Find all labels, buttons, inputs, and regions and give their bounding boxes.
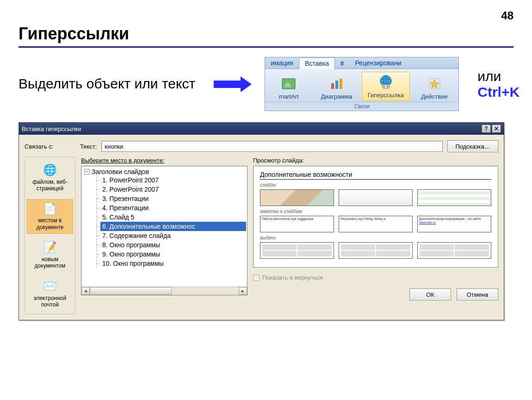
sidebar-item-label: электронной почтой bbox=[34, 295, 66, 308]
sidebar-item-label: местом в документе bbox=[37, 217, 64, 230]
tree-item[interactable]: 4. Презентации bbox=[100, 203, 246, 212]
smartart-icon bbox=[268, 75, 309, 93]
ribbon-button-action[interactable]: Действие bbox=[411, 74, 458, 102]
sidebar-item-email[interactable]: ✉️ электронной почтой bbox=[27, 276, 73, 312]
sidebar-item-label: новым документом bbox=[35, 256, 66, 269]
preview-note-card: Рассказать про Репку, бабку и bbox=[339, 216, 413, 232]
sidebar-item-label: файлом, веб-страницей bbox=[32, 179, 68, 192]
preview-handout-thumb bbox=[339, 242, 413, 259]
tree-collapse-icon[interactable]: − bbox=[84, 169, 90, 175]
preview-section-slides: слайды bbox=[260, 182, 491, 188]
ribbon-tab-review[interactable]: Рецензировани bbox=[349, 57, 407, 69]
choose-place-label: Выберите место в документе: bbox=[81, 157, 247, 164]
tree-item[interactable]: 3. Презентации bbox=[100, 194, 246, 203]
ok-button[interactable]: ОК bbox=[409, 288, 451, 300]
link-to-label: Связать с: bbox=[25, 143, 75, 150]
preview-handout-thumb bbox=[260, 242, 334, 259]
scroll-thumb[interactable] bbox=[90, 287, 172, 295]
ribbon-button-label: Гиперссылка bbox=[365, 92, 407, 99]
arrow-icon bbox=[214, 77, 255, 91]
ribbon-button-label: Действие bbox=[414, 93, 455, 100]
tree-root-label: Заголовки слайдов bbox=[92, 168, 149, 175]
tree-item[interactable]: 7. Содержание слайда bbox=[100, 231, 246, 240]
preview-thumb bbox=[339, 189, 413, 206]
preview-label: Просмотр слайда: bbox=[253, 157, 498, 164]
page-title: Гиперссылки bbox=[19, 24, 513, 48]
preview-slide-title: Дополнительные возможности bbox=[260, 171, 491, 180]
preview-handout-thumb bbox=[417, 242, 491, 259]
page-number: 48 bbox=[19, 9, 513, 22]
tree-item[interactable]: 8. Окно программы bbox=[100, 240, 246, 250]
svg-point-9 bbox=[383, 86, 385, 88]
ribbon-group-label: Связи bbox=[265, 102, 458, 111]
svg-rect-3 bbox=[335, 81, 338, 89]
ribbon-button-label: martArt bbox=[268, 93, 309, 100]
place-in-doc-icon: 📄 bbox=[28, 202, 72, 216]
preview-note-card: Работа выполнена при поддержке bbox=[260, 216, 334, 232]
help-button[interactable]: ? bbox=[482, 125, 491, 133]
hint-button[interactable]: Подсказка… bbox=[447, 140, 498, 152]
document-places-tree[interactable]: − Заголовки слайдов 1. PowerPoint 20072.… bbox=[81, 166, 247, 295]
email-icon: ✉️ bbox=[28, 280, 72, 293]
scroll-left-icon[interactable]: ◄ bbox=[81, 287, 90, 295]
scroll-right-icon[interactable]: ► bbox=[239, 287, 247, 295]
ribbon-button-label: Диаграмма bbox=[315, 93, 357, 100]
preview-section-handouts: выдачи bbox=[260, 235, 491, 240]
ribbon-fragment: имация Вставка в Рецензировани martArt Д… bbox=[265, 57, 459, 111]
preview-section-notes: заметки к слайдам bbox=[260, 209, 491, 214]
intro-text: Выделить объект или текст bbox=[19, 75, 195, 94]
ribbon-tab-insert[interactable]: Вставка bbox=[299, 57, 335, 69]
svg-rect-4 bbox=[340, 79, 342, 89]
tree-item[interactable]: 1. PowerPoint 2007 bbox=[100, 175, 246, 185]
svg-rect-2 bbox=[331, 83, 334, 89]
text-label: Текст: bbox=[80, 143, 97, 150]
tree-item[interactable]: 10. Окно программы bbox=[100, 259, 246, 268]
preview-note-card: Дополнительная информация – на сайтеwww.… bbox=[417, 216, 491, 232]
ribbon-button-smartart[interactable]: martArt bbox=[265, 74, 313, 102]
horizontal-scrollbar[interactable]: ◄ ► bbox=[81, 287, 247, 295]
ribbon-button-chart[interactable]: Диаграмма bbox=[313, 74, 360, 102]
chart-icon bbox=[315, 75, 357, 93]
slide-preview: Дополнительные возможности слайды заметк… bbox=[253, 166, 498, 268]
svg-point-10 bbox=[387, 86, 389, 88]
globe-link-icon bbox=[365, 73, 407, 92]
preview-thumb bbox=[260, 189, 334, 206]
new-doc-icon: 📝 bbox=[28, 241, 72, 254]
sidebar-item-file-webpage[interactable]: 🌐 файлом, веб-страницей bbox=[27, 160, 73, 195]
link-to-sidebar: 🌐 файлом, веб-страницей 📄 местом в докум… bbox=[25, 157, 75, 314]
preview-thumb bbox=[417, 189, 491, 206]
tree-item[interactable]: 5. Слайд 5 bbox=[100, 212, 246, 222]
text-to-display-input[interactable] bbox=[101, 141, 443, 152]
tree-item[interactable]: 2. PowerPoint 2007 bbox=[100, 185, 246, 194]
insert-hyperlink-dialog: Вставка гиперссылки ? ✕ Связать с: Текст… bbox=[19, 122, 504, 320]
tree-item[interactable]: 9. Окно программы bbox=[100, 250, 246, 259]
action-icon bbox=[414, 75, 455, 93]
ribbon-button-hyperlink[interactable]: Гиперссылка bbox=[362, 72, 410, 101]
shortcut-text: или Ctrl+K bbox=[477, 69, 520, 100]
show-and-return-label: Показать и вернуться bbox=[262, 274, 323, 281]
shortcut-prefix: или bbox=[477, 69, 501, 84]
sidebar-item-place-in-document[interactable]: 📄 местом в документе bbox=[27, 199, 73, 234]
tree-item[interactable]: 6. Дополнительные возможнос bbox=[100, 222, 246, 231]
show-and-return-checkbox bbox=[253, 275, 260, 281]
sidebar-item-new-document[interactable]: 📝 новым документом bbox=[27, 238, 73, 273]
dialog-title: Вставка гиперссылки bbox=[22, 125, 81, 132]
ribbon-tab-animation[interactable]: имация bbox=[265, 57, 299, 69]
file-web-icon: 🌐 bbox=[28, 163, 72, 177]
ribbon-tab-view-letter[interactable]: в bbox=[335, 57, 349, 69]
shortcut-key: Ctrl+K bbox=[477, 84, 520, 100]
svg-marker-12 bbox=[430, 80, 439, 88]
cancel-button[interactable]: Отмена bbox=[457, 288, 498, 300]
close-button[interactable]: ✕ bbox=[492, 125, 501, 133]
